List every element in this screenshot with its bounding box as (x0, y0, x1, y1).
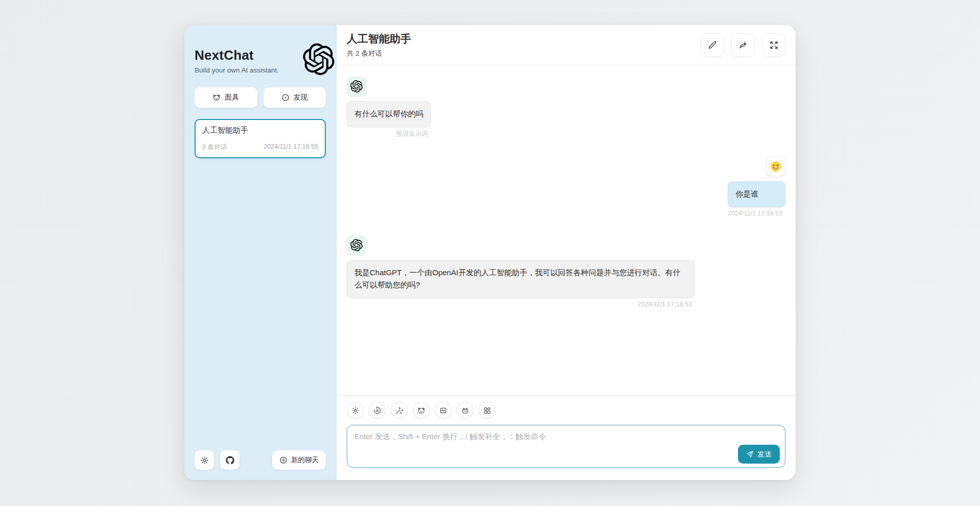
settings-icon (351, 406, 360, 415)
avatar (347, 235, 366, 255)
share-icon (738, 40, 748, 50)
github-button[interactable] (220, 450, 240, 470)
model-icon (461, 406, 469, 415)
smiley-emoji-icon (770, 160, 782, 173)
sidebar-nav: 面具 发现 (195, 87, 326, 108)
chat-title[interactable]: 人工智能助手 (347, 32, 411, 46)
fullscreen-icon (769, 40, 779, 50)
message-note: 预设提示词 (396, 130, 432, 138)
clear-context-button[interactable] (435, 402, 451, 419)
send-button-label: 发送 (757, 450, 772, 459)
share-button[interactable] (731, 33, 755, 57)
chatgpt-logo-icon (350, 239, 363, 251)
message-input[interactable] (347, 425, 785, 468)
app-title: NextChat (195, 47, 326, 63)
chat-item-meta: 2 条对话 2024/11/1 17:18:55 (202, 143, 318, 152)
chatgpt-logo-icon (350, 80, 363, 92)
new-chat-button[interactable]: 新的聊天 (272, 450, 326, 470)
masks-button-label: 面具 (225, 93, 239, 102)
chat-header-text: 人工智能助手 共 2 条对话 (347, 32, 411, 58)
message-bubble: 我是ChatGPT，一个由OpenAI开发的人工智能助手，我可以回答各种问题并与… (347, 260, 695, 299)
chat-header-actions (701, 33, 785, 57)
chat-list-item-selected[interactable]: 人工智能助手 2 条对话 2024/11/1 17:18:55 (195, 119, 326, 158)
message-group: 有什么可以帮你的吗 预设提示词 (347, 101, 431, 138)
composer-toolbar (347, 402, 785, 419)
chat-subtitle: 共 2 条对话 (347, 49, 411, 58)
rename-button[interactable] (701, 33, 724, 57)
message-bubble: 有什么可以帮你的吗 (347, 101, 431, 127)
discover-icon (281, 93, 290, 102)
github-icon (226, 456, 234, 465)
prompts-button[interactable] (391, 402, 408, 419)
masks-button[interactable]: 面具 (195, 87, 257, 108)
message-timestamp: 2024/11/1 17:18:53 (728, 210, 785, 217)
chat-settings-button[interactable] (347, 402, 364, 419)
sidebar-footer: 新的聊天 (195, 450, 326, 470)
avatar (347, 77, 366, 96)
plugins-icon (483, 406, 491, 415)
chat-header: 人工智能助手 共 2 条对话 (337, 25, 796, 65)
mask-icon (417, 406, 425, 415)
chat-panel: 人工智能助手 共 2 条对话 (337, 25, 796, 480)
sidebar: NextChat Build your own AI assistant. 面具… (184, 25, 337, 480)
message-list[interactable]: 有什么可以帮你的吗 预设提示词 你是谁 2024/11/1 17:18:53 (337, 65, 796, 395)
assistant-message: 我是ChatGPT，一个由OpenAI开发的人工智能助手，我可以回答各种问题并与… (347, 235, 785, 308)
theme-toggle-button[interactable] (369, 402, 386, 419)
settings-icon (200, 456, 209, 465)
app-subtitle: Build your own AI assistant. (195, 66, 326, 74)
send-button[interactable]: 发送 (738, 445, 780, 464)
send-icon (746, 450, 754, 458)
message-group: 你是谁 2024/11/1 17:18:53 (728, 181, 785, 217)
new-chat-label: 新的聊天 (291, 455, 319, 465)
fullscreen-button[interactable] (762, 33, 785, 57)
chat-item-count: 2 条对话 (202, 143, 227, 152)
masks-shortcut-button[interactable] (413, 402, 429, 419)
chat-item-title: 人工智能助手 (202, 126, 318, 135)
input-area: 发送 (347, 425, 785, 470)
message-timestamp: 2024/11/1 17:18:53 (637, 301, 695, 308)
message-bubble: 你是谁 (728, 181, 785, 207)
nextchat-window: NextChat Build your own AI assistant. 面具… (184, 25, 796, 480)
discover-button-label: 发现 (294, 93, 308, 102)
composer: 发送 (337, 395, 796, 480)
sidebar-header: NextChat Build your own AI assistant. (195, 47, 326, 74)
settings-button[interactable] (195, 450, 214, 470)
discover-button[interactable]: 发现 (264, 87, 326, 108)
add-circle-icon (279, 456, 288, 464)
message-group: 我是ChatGPT，一个由OpenAI开发的人工智能助手，我可以回答各种问题并与… (347, 260, 695, 308)
user-message: 你是谁 2024/11/1 17:18:53 (347, 157, 785, 217)
theme-icon (373, 406, 381, 415)
chat-item-time: 2024/11/1 17:18:55 (264, 143, 318, 152)
clear-context-icon (439, 406, 447, 415)
avatar (766, 157, 785, 176)
plugins-button[interactable] (479, 402, 495, 419)
edit-icon (708, 40, 718, 50)
assistant-message: 有什么可以帮你的吗 预设提示词 (347, 77, 785, 138)
mask-icon (212, 93, 221, 102)
model-select-button[interactable] (457, 402, 473, 419)
prompts-icon (395, 406, 403, 415)
